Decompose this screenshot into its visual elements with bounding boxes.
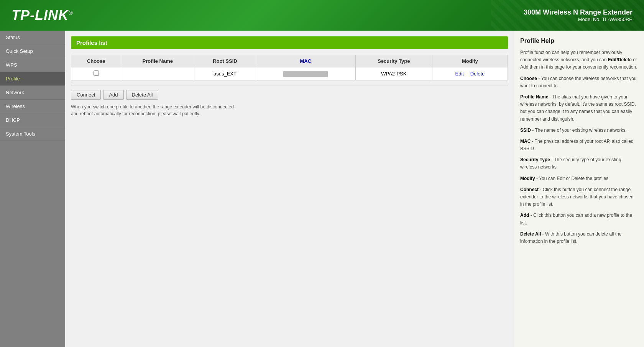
help-security-type: Security Type - The security type of you… xyxy=(520,156,638,171)
mac-value: ██ ██ ██ ██ xyxy=(283,71,328,77)
sidebar-item-system-tools[interactable]: System Tools xyxy=(0,127,65,141)
help-modify: Modify - You can Edit or Delete the prof… xyxy=(520,175,638,182)
col-security-type: Security Type xyxy=(355,55,432,67)
help-intro: Profile function can help you remember p… xyxy=(520,49,638,71)
help-panel: Profile Help Profile function can help y… xyxy=(514,31,644,347)
device-title: 300M Wireless N Range Extender xyxy=(524,8,632,16)
help-ssid: SSID - The name of your existing wireles… xyxy=(520,127,638,134)
sidebar-item-profile[interactable]: Profile xyxy=(0,72,65,86)
row-profile-name xyxy=(121,67,194,80)
device-info: 300M Wireless N Range Extender Model No.… xyxy=(524,8,632,22)
table-row: asus_EXT ██ ██ ██ ██ WPA2-PSK Edit Delet… xyxy=(71,67,508,80)
col-root-ssid: Root SSID xyxy=(194,55,256,67)
help-add: Add - Click this button you can add a ne… xyxy=(520,212,638,226)
row-modify: Edit Delete xyxy=(432,67,508,80)
header: TP-LINK® 300M Wireless N Range Extender … xyxy=(0,0,644,31)
help-connect: Connect - Click this button you can conn… xyxy=(520,186,638,208)
row-security-type: WPA2-PSK xyxy=(355,67,432,80)
sidebar-item-quick-setup[interactable]: Quick Setup xyxy=(0,44,65,58)
connect-button[interactable]: Connect xyxy=(71,90,101,100)
col-mac: MAC xyxy=(256,55,355,67)
sidebar-item-dhcp[interactable]: DHCP xyxy=(0,113,65,127)
row-checkbox[interactable] xyxy=(94,70,99,76)
model-number: Model No. TL-WA850RE xyxy=(524,16,632,22)
col-profile-name: Profile Name xyxy=(121,55,194,67)
sidebar-item-network[interactable]: Network xyxy=(0,86,65,100)
help-profile-name: Profile Name - The alias that you have g… xyxy=(520,93,638,123)
row-mac: ██ ██ ██ ██ xyxy=(256,67,355,80)
profiles-table: Choose Profile Name Root SSID MAC Securi… xyxy=(71,55,508,80)
delete-all-button[interactable]: Delete All xyxy=(126,90,159,100)
sidebar: Status Quick Setup WPS Profile Network W… xyxy=(0,31,65,347)
layout: Status Quick Setup WPS Profile Network W… xyxy=(0,31,644,347)
help-title: Profile Help xyxy=(520,38,638,44)
row-root-ssid: asus_EXT xyxy=(194,67,256,80)
sidebar-item-status[interactable]: Status xyxy=(0,31,65,44)
logo: TP-LINK® xyxy=(12,7,73,23)
help-mac: MAC - The physical address of your root … xyxy=(520,138,638,152)
edit-link[interactable]: Edit xyxy=(455,71,463,77)
delete-link[interactable]: Delete xyxy=(470,71,485,77)
table-divider xyxy=(71,85,508,85)
action-buttons: Connect Add Delete All xyxy=(71,90,508,100)
row-choose xyxy=(71,67,121,80)
col-choose: Choose xyxy=(71,55,121,67)
col-modify: Modify xyxy=(432,55,508,67)
note-text: When you switch one profile to another, … xyxy=(71,103,508,117)
sidebar-item-wps[interactable]: WPS xyxy=(0,58,65,72)
help-delete-all: Delete All - With this button you can de… xyxy=(520,231,638,245)
help-choose: Choose - You can choose the wireless net… xyxy=(520,75,638,90)
add-button[interactable]: Add xyxy=(103,90,123,100)
main-content: Profiles list Choose Profile Name Root S… xyxy=(65,31,514,347)
sidebar-item-wireless[interactable]: Wireless xyxy=(0,100,65,113)
section-title: Profiles list xyxy=(71,36,508,49)
